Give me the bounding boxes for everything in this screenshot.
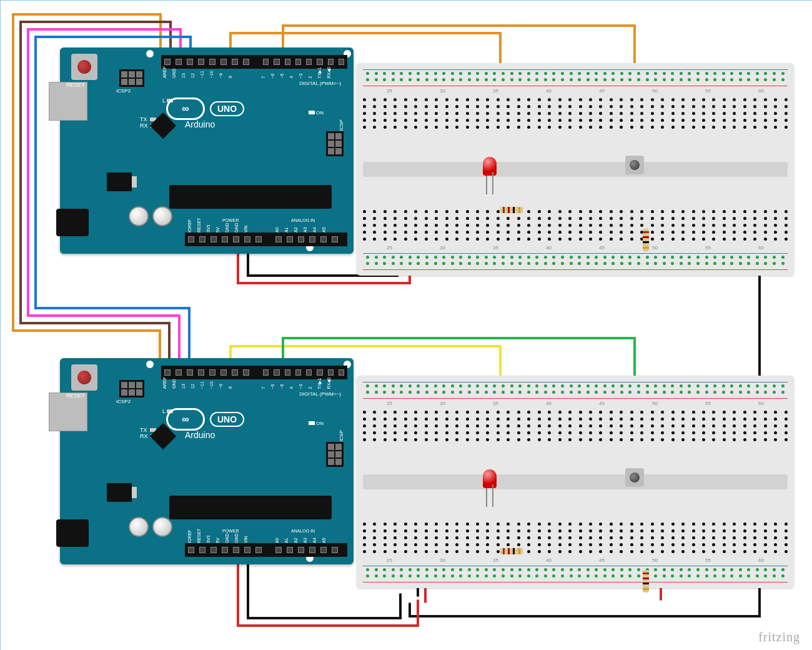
barrel-jack-icon — [56, 519, 89, 547]
led-red-bottom — [483, 469, 497, 488]
led-red-top — [483, 157, 497, 176]
resistor-bottom-pulldown — [643, 570, 649, 592]
breadboard-top: 2530 3540 4550 5560 2530 3540 4550 5560 — [357, 63, 794, 276]
pushbutton-top[interactable] — [625, 156, 644, 174]
power-header[interactable] — [185, 232, 272, 246]
reset-button[interactable] — [71, 364, 97, 391]
analog-header[interactable] — [272, 232, 347, 246]
analog-header[interactable] — [272, 543, 347, 557]
power-header[interactable] — [185, 543, 272, 557]
arduino-uno-top: RESET ICSP2 ICSP AREFGND 1312 ~11~10 ~98… — [60, 48, 354, 254]
resistor-top-led — [500, 207, 523, 213]
digital-header-left[interactable] — [161, 366, 261, 379]
barrel-jack-icon — [56, 209, 89, 236]
digital-header-left[interactable] — [161, 55, 261, 69]
pushbutton-bottom[interactable] — [625, 468, 644, 487]
canvas: 2530 3540 4550 5560 2530 3540 4550 5560 — [0, 0, 812, 650]
arduino-uno-bottom: RESET ICSP2 ICSP AREFGND 1312 ~11~10 ~98… — [60, 358, 354, 564]
digital-header-right[interactable] — [260, 55, 347, 69]
reset-label: RESET — [66, 82, 85, 88]
reset-button[interactable] — [71, 54, 97, 80]
digital-header-right[interactable] — [260, 366, 347, 379]
atmega-chip-icon — [169, 185, 332, 209]
atmega-chip-icon — [169, 496, 332, 519]
resistor-top-pulldown — [643, 229, 649, 251]
breadboard-bottom: 2530 3540 4550 5560 2530 3540 4550 5560 — [357, 376, 794, 588]
arduino-logo-icon: ∞ — [166, 408, 205, 431]
resistor-bottom-led — [500, 548, 523, 554]
watermark: fritzing — [758, 630, 800, 644]
arduino-logo-icon: ∞ — [166, 98, 205, 120]
